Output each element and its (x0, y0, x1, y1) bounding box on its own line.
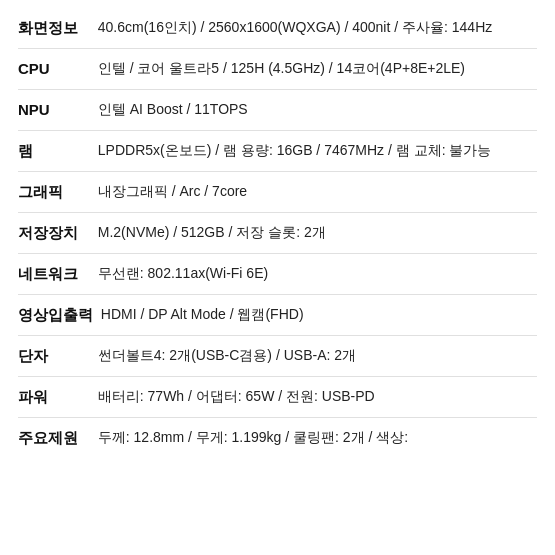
specs-container: 화면정보 40.6cm(16인치) / 2560x1600(WQXGA) / 4… (18, 16, 537, 450)
divider-8 (18, 376, 537, 377)
spec-label-network: 네트워크 (18, 262, 90, 286)
spec-label-power: 파워 (18, 385, 90, 409)
spec-row-main-spec: 주요제원 두께: 12.8mm / 무게: 1.199kg / 쿨링팬: 2개 … (18, 426, 537, 450)
spec-label-ports: 단자 (18, 344, 90, 368)
spec-label-display: 화면정보 (18, 16, 90, 40)
spec-row-storage: 저장장치 M.2(NVMe) / 512GB / 저장 슬롯: 2개 (18, 221, 537, 245)
spec-value-storage: M.2(NVMe) / 512GB / 저장 슬롯: 2개 (98, 221, 537, 243)
spec-value-network: 무선랜: 802.11ax(Wi-Fi 6E) (98, 262, 537, 284)
spec-label-storage: 저장장치 (18, 221, 90, 245)
spec-row-graphics: 그래픽 내장그래픽 / Arc / 7core (18, 180, 537, 204)
spec-value-video-output: HDMI / DP Alt Mode / 웹캠(FHD) (101, 303, 537, 325)
divider-3 (18, 171, 537, 172)
spec-label-main-spec: 주요제원 (18, 426, 90, 450)
spec-row-npu: NPU 인텔 AI Boost / 11TOPS (18, 98, 537, 122)
divider-2 (18, 130, 537, 131)
spec-value-graphics: 내장그래픽 / Arc / 7core (98, 180, 537, 202)
spec-value-cpu: 인텔 / 코어 울트라5 / 125H (4.5GHz) / 14코어(4P+8… (98, 57, 537, 79)
divider-4 (18, 212, 537, 213)
spec-value-ram: LPDDR5x(온보드) / 램 용량: 16GB / 7467MHz / 램 … (98, 139, 537, 161)
spec-value-ports: 썬더볼트4: 2개(USB-C겸용) / USB-A: 2개 (98, 344, 537, 366)
spec-row-display: 화면정보 40.6cm(16인치) / 2560x1600(WQXGA) / 4… (18, 16, 537, 40)
divider-6 (18, 294, 537, 295)
spec-row-ram: 램 LPDDR5x(온보드) / 램 용량: 16GB / 7467MHz / … (18, 139, 537, 163)
spec-row-power: 파워 배터리: 77Wh / 어댑터: 65W / 전원: USB-PD (18, 385, 537, 409)
divider-1 (18, 89, 537, 90)
spec-value-npu: 인텔 AI Boost / 11TOPS (98, 98, 537, 120)
spec-label-video-output: 영상입출력 (18, 303, 93, 327)
spec-value-display: 40.6cm(16인치) / 2560x1600(WQXGA) / 400nit… (98, 16, 537, 38)
spec-label-cpu: CPU (18, 57, 90, 81)
spec-row-cpu: CPU 인텔 / 코어 울트라5 / 125H (4.5GHz) / 14코어(… (18, 57, 537, 81)
spec-value-main-spec: 두께: 12.8mm / 무게: 1.199kg / 쿨링팬: 2개 / 색상: (98, 426, 537, 448)
spec-label-graphics: 그래픽 (18, 180, 90, 204)
divider-7 (18, 335, 537, 336)
spec-value-power: 배터리: 77Wh / 어댑터: 65W / 전원: USB-PD (98, 385, 537, 407)
spec-label-npu: NPU (18, 98, 90, 122)
divider-5 (18, 253, 537, 254)
spec-row-video-output: 영상입출력 HDMI / DP Alt Mode / 웹캠(FHD) (18, 303, 537, 327)
spec-row-network: 네트워크 무선랜: 802.11ax(Wi-Fi 6E) (18, 262, 537, 286)
divider-0 (18, 48, 537, 49)
spec-label-ram: 램 (18, 139, 90, 163)
spec-row-ports: 단자 썬더볼트4: 2개(USB-C겸용) / USB-A: 2개 (18, 344, 537, 368)
divider-9 (18, 417, 537, 418)
